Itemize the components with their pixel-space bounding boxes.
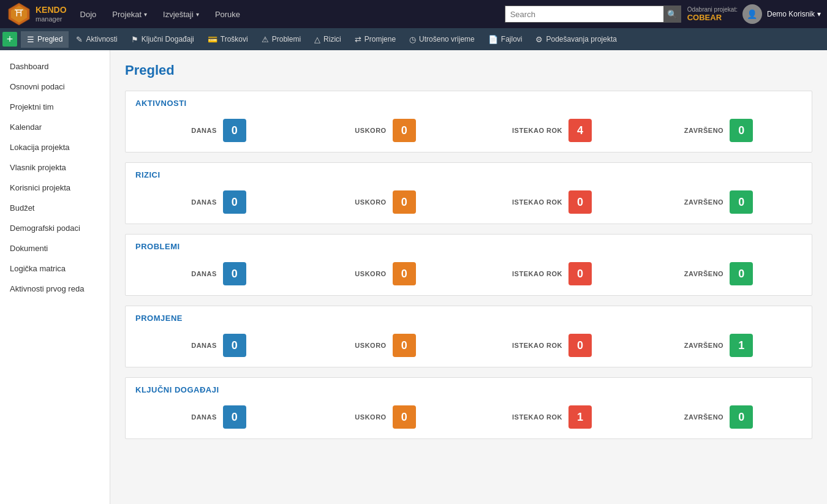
stat-label-zavrseno-p: ZAVRŠENO bbox=[684, 270, 723, 277]
user-area: Odabrani projekat: COBEAR 👤 Demo Korisni… bbox=[687, 4, 821, 24]
stat-badge-zavrseno-r[interactable]: 0 bbox=[730, 190, 753, 214]
stat-label-uskoro-r: USKORO bbox=[355, 198, 386, 206]
nav-projekat[interactable]: Projekat ▾ bbox=[105, 5, 154, 24]
stat-group-danas-pr: DANAS 0 bbox=[135, 334, 302, 357]
stat-label-istekao-a: ISTEKAO ROK bbox=[512, 127, 562, 134]
section-promjene-title: PROMJENE bbox=[126, 306, 812, 329]
secondary-navigation: + ☰ Pregled ✎ Aktivnosti ⚑ Ključni Događ… bbox=[0, 28, 827, 50]
section-rizici-stats: DANAS 0 USKORO 0 ISTEKAO ROK 0 ZAVRŠENO … bbox=[126, 186, 812, 224]
sec-nav-kljucni-dogadjaji[interactable]: ⚑ Ključni Događaji bbox=[125, 31, 200, 48]
sidebar-item-aktivnosti-prvog[interactable]: Aktivnosti prvog reda bbox=[0, 279, 110, 299]
stat-badge-zavrseno-p[interactable]: 0 bbox=[730, 262, 753, 285]
section-aktivnosti: AKTIVNOSTI DANAS 0 USKORO 0 ISTEKAO ROK … bbox=[125, 91, 812, 152]
nav-dojo[interactable]: Dojo bbox=[73, 5, 104, 24]
stat-group-istekao-pr: ISTEKAO ROK 0 bbox=[469, 334, 635, 357]
chevron-down-icon: ▾ bbox=[817, 10, 821, 18]
stat-label-danas-r: DANAS bbox=[191, 198, 217, 206]
sidebar-item-korisnici[interactable]: Korisnici projekta bbox=[0, 178, 110, 198]
nav-items: Dojo Projekat ▾ Izvještaji ▾ Poruke bbox=[73, 5, 499, 24]
stat-badge-zavrseno-a[interactable]: 0 bbox=[730, 119, 753, 142]
sec-nav-pregled[interactable]: ☰ Pregled bbox=[21, 31, 69, 48]
stat-badge-istekao-k[interactable]: 1 bbox=[568, 405, 592, 429]
stat-badge-uskoro-pr[interactable]: 0 bbox=[393, 334, 416, 357]
sec-nav-fajlovi[interactable]: 📄 Fajlovi bbox=[482, 31, 529, 48]
sidebar-item-vlasnik[interactable]: Vlasnik projekta bbox=[0, 157, 110, 178]
stat-badge-danas-p[interactable]: 0 bbox=[223, 262, 246, 285]
add-button[interactable]: + bbox=[2, 32, 17, 47]
stat-badge-uskoro-a[interactable]: 0 bbox=[393, 119, 416, 142]
sidebar-item-dashboard[interactable]: Dashboard bbox=[0, 56, 110, 77]
stat-group-uskoro-a: USKORO 0 bbox=[302, 119, 469, 142]
kljucni-icon: ⚑ bbox=[131, 35, 138, 44]
stat-label-danas-pr: DANAS bbox=[191, 342, 217, 349]
stat-badge-uskoro-r[interactable]: 0 bbox=[393, 190, 416, 214]
stat-group-istekao-r: ISTEKAO ROK 0 bbox=[469, 190, 635, 214]
sec-nav-aktivnosti[interactable]: ✎ Aktivnosti bbox=[70, 31, 123, 48]
section-kljucni: KLJUČNI DOGAĐAJI DANAS 0 USKORO 0 ISTEKA… bbox=[125, 377, 812, 439]
sec-nav-utroseno[interactable]: ◷ Utrošeno vrijeme bbox=[403, 31, 481, 48]
podesavanja-icon: ⚙ bbox=[535, 35, 543, 44]
svg-text:⛩: ⛩ bbox=[15, 9, 23, 18]
sidebar-item-budzet[interactable]: Budžet bbox=[0, 198, 110, 218]
stat-badge-danas-r[interactable]: 0 bbox=[223, 190, 246, 214]
stat-badge-uskoro-k[interactable]: 0 bbox=[393, 405, 416, 429]
fajlovi-icon: 📄 bbox=[488, 35, 498, 44]
troskovi-icon: 💳 bbox=[208, 35, 217, 44]
search-input[interactable] bbox=[505, 6, 664, 23]
sidebar-item-dokumenti[interactable]: Dokumenti bbox=[0, 238, 110, 258]
stat-label-uskoro-k: USKORO bbox=[355, 413, 386, 421]
section-kljucni-stats: DANAS 0 USKORO 0 ISTEKAO ROK 1 ZAVRŠENO … bbox=[126, 401, 812, 438]
section-aktivnosti-title: AKTIVNOSTI bbox=[126, 91, 812, 114]
nav-izvjestaji[interactable]: Izvještaji ▾ bbox=[156, 5, 206, 24]
stat-group-uskoro-k: USKORO 0 bbox=[302, 405, 469, 429]
user-menu[interactable]: Demo Korisnik ▾ bbox=[767, 10, 821, 18]
logo-icon: ⛩ bbox=[6, 2, 32, 26]
stat-group-istekao-a: ISTEKAO ROK 4 bbox=[469, 119, 635, 142]
user-name-label: Demo Korisnik bbox=[767, 10, 815, 18]
sidebar-item-projektni-tim[interactable]: Projektni tim bbox=[0, 97, 110, 117]
stat-badge-istekao-a[interactable]: 4 bbox=[568, 119, 592, 142]
nav-poruke[interactable]: Poruke bbox=[208, 5, 247, 24]
stat-group-danas-a: DANAS 0 bbox=[135, 119, 302, 142]
stat-badge-zavrseno-pr[interactable]: 1 bbox=[730, 334, 753, 357]
sidebar-item-demografski[interactable]: Demografski podaci bbox=[0, 218, 110, 238]
stat-badge-uskoro-p[interactable]: 0 bbox=[393, 262, 416, 285]
sidebar-item-osnovni-podaci[interactable]: Osnovni podaci bbox=[0, 77, 110, 97]
section-rizici: RIZICI DANAS 0 USKORO 0 ISTEKAO ROK 0 ZA… bbox=[125, 162, 812, 224]
stat-label-istekao-k: ISTEKAO ROK bbox=[512, 413, 562, 421]
chevron-down-icon: ▾ bbox=[196, 11, 199, 18]
stat-badge-danas-k[interactable]: 0 bbox=[223, 405, 246, 429]
logo[interactable]: ⛩ KENDO manager bbox=[6, 2, 67, 26]
stat-group-zavrseno-pr: ZAVRŠENO 1 bbox=[635, 334, 802, 357]
stat-group-danas-r: DANAS 0 bbox=[135, 190, 302, 214]
pregled-icon: ☰ bbox=[27, 35, 34, 44]
section-rizici-title: RIZICI bbox=[126, 163, 812, 186]
stat-label-danas-k: DANAS bbox=[191, 413, 217, 421]
sec-nav-podesavanja[interactable]: ⚙ Podešavanja projekta bbox=[529, 31, 622, 48]
sidebar-item-kalendar[interactable]: Kalendar bbox=[0, 117, 110, 137]
sidebar-item-logicka[interactable]: Logička matrica bbox=[0, 258, 110, 279]
stat-group-zavrseno-k: ZAVRŠENO 0 bbox=[635, 405, 802, 429]
stat-label-istekao-r: ISTEKAO ROK bbox=[512, 198, 562, 206]
section-aktivnosti-stats: DANAS 0 USKORO 0 ISTEKAO ROK 4 ZAVRŠENO … bbox=[126, 114, 812, 152]
stat-group-istekao-k: ISTEKAO ROK 1 bbox=[469, 405, 635, 429]
section-problemi-title: PROBLEMI bbox=[126, 235, 812, 257]
stat-badge-istekao-r[interactable]: 0 bbox=[568, 190, 592, 214]
sec-nav-problemi[interactable]: ⚠ Problemi bbox=[255, 31, 307, 48]
section-promjene: PROMJENE DANAS 0 USKORO 0 ISTEKAO ROK 0 … bbox=[125, 306, 812, 367]
stat-label-zavrseno-a: ZAVRŠENO bbox=[684, 127, 723, 134]
top-navigation: ⛩ KENDO manager Dojo Projekat ▾ Izvješta… bbox=[0, 0, 827, 28]
sec-nav-troskovi[interactable]: 💳 Troškovi bbox=[202, 31, 254, 48]
stat-badge-istekao-pr[interactable]: 0 bbox=[568, 334, 592, 357]
search-button[interactable]: 🔍 bbox=[664, 6, 681, 23]
sidebar-item-lokacija[interactable]: Lokacija projekta bbox=[0, 137, 110, 157]
stat-badge-istekao-p[interactable]: 0 bbox=[568, 262, 592, 285]
stat-label-zavrseno-r: ZAVRŠENO bbox=[684, 198, 723, 206]
stat-badge-danas-pr[interactable]: 0 bbox=[223, 334, 246, 357]
sec-nav-rizici[interactable]: △ Rizici bbox=[308, 31, 347, 48]
stat-badge-danas-a[interactable]: 0 bbox=[223, 119, 246, 142]
stat-label-uskoro-pr: USKORO bbox=[355, 342, 386, 349]
sec-nav-promjene[interactable]: ⇄ Promjene bbox=[349, 31, 402, 48]
promjene-icon: ⇄ bbox=[355, 35, 361, 44]
stat-badge-zavrseno-k[interactable]: 0 bbox=[730, 405, 753, 429]
